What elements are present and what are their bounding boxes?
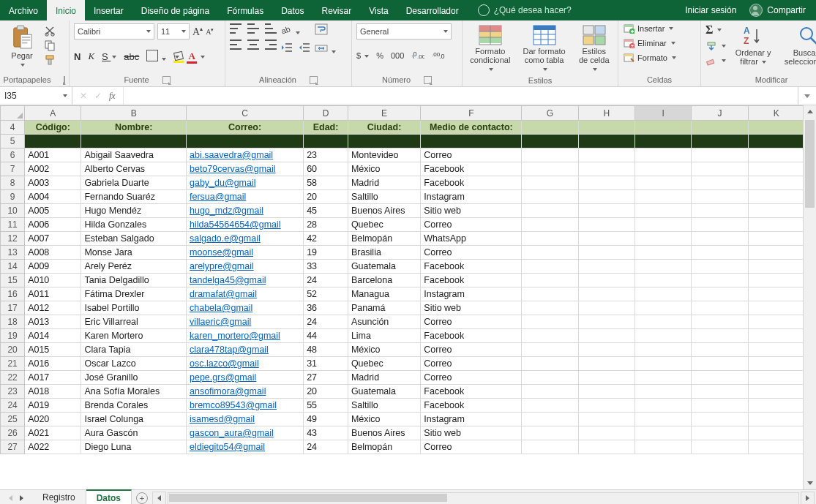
cell[interactable] xyxy=(578,426,635,440)
cell[interactable] xyxy=(692,121,748,135)
row-header[interactable]: 6 xyxy=(1,148,25,162)
cell[interactable]: 36 xyxy=(304,301,348,315)
cell[interactable] xyxy=(692,148,748,162)
cell[interactable]: bremco89543@gmail xyxy=(187,399,304,413)
cell[interactable]: Saltillo xyxy=(348,190,420,204)
cell[interactable]: Correo xyxy=(421,440,522,454)
sheet-tab-registro[interactable]: Registro xyxy=(32,490,86,504)
cell[interactable] xyxy=(578,162,635,176)
cell[interactable]: Arely Peréz xyxy=(81,260,187,274)
cell[interactable] xyxy=(692,246,748,260)
cell[interactable] xyxy=(522,329,578,343)
cell[interactable] xyxy=(748,343,803,357)
cell[interactable]: dramafat@gmail xyxy=(187,287,304,301)
tab-home[interactable]: Inicio xyxy=(47,0,85,20)
cell[interactable] xyxy=(748,176,803,190)
cell[interactable] xyxy=(635,301,691,315)
cell[interactable] xyxy=(635,204,691,218)
cell[interactable]: salgado.e@gmail xyxy=(187,232,304,246)
cell[interactable] xyxy=(578,148,635,162)
cell[interactable]: Asunción xyxy=(348,315,420,329)
cell[interactable]: México xyxy=(348,162,420,176)
cell[interactable] xyxy=(692,426,748,440)
cell[interactable] xyxy=(748,232,803,246)
decrease-indent-button[interactable] xyxy=(281,42,293,54)
cell[interactable]: ansofimora@gmail xyxy=(187,385,304,399)
cell[interactable]: Panamá xyxy=(348,301,420,315)
cell[interactable]: Quebec xyxy=(348,218,420,232)
cell[interactable] xyxy=(522,357,578,371)
sheet-tab-datos[interactable]: Datos xyxy=(86,489,132,504)
cell[interactable]: Belmopán xyxy=(348,440,420,454)
select-all-corner[interactable] xyxy=(1,106,25,121)
sort-filter-button[interactable]: AZ Ordenar y filtrar xyxy=(730,23,776,67)
cell[interactable]: Guatemala xyxy=(348,260,420,274)
copy-button[interactable] xyxy=(44,40,56,51)
cell[interactable]: 23 xyxy=(304,148,348,162)
cell[interactable]: Sitio web xyxy=(421,426,522,440)
cell[interactable] xyxy=(692,440,748,454)
cell[interactable]: Lima xyxy=(348,329,420,343)
row-header[interactable]: 13 xyxy=(1,246,25,260)
cell[interactable]: WhatsApp xyxy=(421,232,522,246)
merge-center-button[interactable] xyxy=(315,42,336,56)
expand-formula-bar-button[interactable] xyxy=(798,87,816,105)
cell[interactable]: pepe.grs@gmail xyxy=(187,371,304,385)
cell[interactable] xyxy=(748,274,803,287)
cell[interactable]: México xyxy=(348,413,420,426)
cell[interactable]: Eric Villarreal xyxy=(81,315,187,329)
cell[interactable]: arelypre@gmail xyxy=(187,260,304,274)
cell[interactable]: Correo xyxy=(421,218,522,232)
cell[interactable]: moonse@gmail xyxy=(187,246,304,260)
cell[interactable] xyxy=(578,135,635,148)
cell[interactable]: fersua@gmail xyxy=(187,190,304,204)
cell[interactable]: 24 xyxy=(304,440,348,454)
cell[interactable]: A008 xyxy=(25,246,81,260)
increase-indent-button[interactable] xyxy=(299,42,310,54)
cell[interactable] xyxy=(692,204,748,218)
cell[interactable] xyxy=(522,190,578,204)
align-left-button[interactable] xyxy=(230,40,242,50)
cell[interactable]: A019 xyxy=(25,399,81,413)
cell[interactable]: isamesd@gmail xyxy=(187,413,304,426)
number-dialog-launcher[interactable] xyxy=(424,76,432,84)
cell[interactable]: gascon_aura@gmail xyxy=(187,426,304,440)
hscroll-right[interactable] xyxy=(801,492,815,505)
cell[interactable] xyxy=(578,315,635,329)
autosum-button[interactable]: Σ xyxy=(705,23,726,37)
cell[interactable]: Sitio web xyxy=(421,204,522,218)
cell[interactable]: Medio de contacto: xyxy=(421,121,522,135)
cell[interactable] xyxy=(635,315,691,329)
cell[interactable] xyxy=(748,413,803,426)
cell[interactable]: Facebook xyxy=(421,176,522,190)
cell[interactable] xyxy=(635,329,691,343)
cell[interactable]: Fernando Suaréz xyxy=(81,190,187,204)
cell[interactable]: Abigail Saavedra xyxy=(81,148,187,162)
tab-file[interactable]: Archivo xyxy=(0,0,47,20)
cell[interactable]: 43 xyxy=(304,426,348,440)
cell[interactable] xyxy=(522,440,578,454)
cell[interactable] xyxy=(635,135,691,148)
clear-button[interactable] xyxy=(705,56,726,66)
cell[interactable] xyxy=(748,246,803,260)
cell[interactable]: Código: xyxy=(25,121,81,135)
row-header[interactable]: 21 xyxy=(1,357,25,371)
cell[interactable] xyxy=(692,232,748,246)
tab-review[interactable]: Revisar xyxy=(313,0,361,20)
cell[interactable]: Instagram xyxy=(421,287,522,301)
cell[interactable]: A020 xyxy=(25,413,81,426)
column-header[interactable]: C xyxy=(187,106,304,121)
cell[interactable]: A015 xyxy=(25,343,81,357)
align-bottom-button[interactable] xyxy=(265,23,277,34)
cell[interactable]: abi.saavedra@gmail xyxy=(187,148,304,162)
cell[interactable] xyxy=(522,260,578,274)
bold-button[interactable]: N xyxy=(74,51,81,62)
column-header[interactable]: G xyxy=(522,106,578,121)
format-painter-button[interactable] xyxy=(44,54,56,66)
cell[interactable] xyxy=(304,135,348,148)
cell[interactable]: Tania Delgadillo xyxy=(81,274,187,287)
cell[interactable]: Correo xyxy=(421,343,522,357)
cell[interactable] xyxy=(748,329,803,343)
cell[interactable]: 24 xyxy=(304,315,348,329)
cell[interactable] xyxy=(692,399,748,413)
